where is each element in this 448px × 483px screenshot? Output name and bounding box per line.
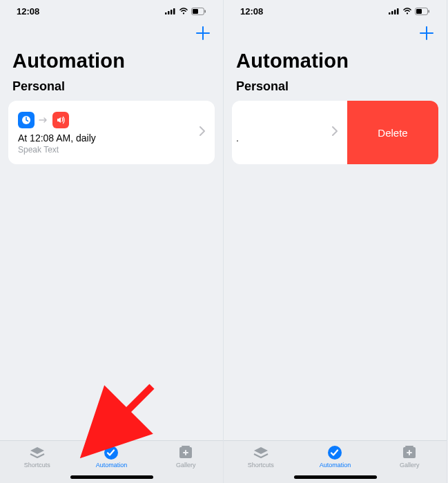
tab-label-automation: Automation bbox=[320, 462, 351, 469]
chevron-right-icon bbox=[332, 126, 338, 139]
card-icons bbox=[18, 112, 205, 128]
tab-shortcuts[interactable]: Shortcuts bbox=[6, 445, 68, 469]
automation-card[interactable]: At 12:08 AM, daily Speak Text bbox=[8, 101, 215, 164]
tab-label-gallery: Gallery bbox=[400, 462, 420, 469]
gallery-icon bbox=[177, 445, 195, 460]
page-title: Automation bbox=[0, 50, 223, 77]
add-button[interactable] bbox=[195, 25, 211, 44]
wifi-icon bbox=[179, 8, 188, 14]
automation-trigger: At 12:08 AM, daily bbox=[18, 132, 205, 144]
status-icons bbox=[389, 8, 430, 15]
add-button[interactable] bbox=[419, 26, 434, 43]
tab-automation[interactable]: Automation bbox=[304, 445, 366, 469]
automation-card-swiped[interactable]: x x Delete bbox=[232, 101, 438, 164]
signal-icon bbox=[389, 8, 400, 14]
svg-rect-12 bbox=[391, 11, 393, 14]
status-time: 12:08 bbox=[240, 6, 263, 17]
svg-rect-20 bbox=[405, 446, 413, 447]
automation-action: Speak Text bbox=[18, 145, 205, 155]
chevron-right-icon bbox=[199, 126, 205, 139]
svg-rect-3 bbox=[173, 8, 175, 14]
automation-tab-icon bbox=[102, 445, 120, 460]
status-icons bbox=[165, 8, 206, 15]
delete-label: Delete bbox=[378, 127, 407, 139]
tab-label-gallery: Gallery bbox=[176, 462, 196, 469]
svg-rect-0 bbox=[165, 12, 167, 14]
section-title: Personal bbox=[224, 77, 447, 101]
tab-label-shortcuts: Shortcuts bbox=[24, 462, 50, 469]
section-title: Personal bbox=[0, 77, 223, 101]
tab-gallery[interactable]: Gallery bbox=[155, 445, 217, 469]
wifi-icon bbox=[402, 8, 412, 14]
svg-rect-17 bbox=[429, 10, 430, 12]
svg-rect-6 bbox=[205, 10, 206, 12]
status-bar: 12:08 bbox=[224, 0, 447, 19]
clock-icon bbox=[18, 112, 35, 128]
speaker-icon bbox=[52, 112, 69, 128]
home-indicator[interactable] bbox=[294, 475, 377, 479]
automation-tab-icon bbox=[326, 445, 344, 460]
svg-rect-14 bbox=[397, 8, 399, 14]
tab-label-shortcuts: Shortcuts bbox=[248, 462, 274, 469]
tab-gallery[interactable]: Gallery bbox=[378, 445, 440, 469]
status-time: 12:08 bbox=[17, 6, 39, 17]
battery-icon bbox=[191, 8, 206, 15]
signal-icon bbox=[165, 8, 176, 14]
arrow-right-icon bbox=[39, 115, 48, 126]
battery-icon bbox=[415, 8, 430, 15]
svg-rect-5 bbox=[193, 9, 198, 14]
svg-rect-16 bbox=[416, 9, 422, 14]
tab-label-automation: Automation bbox=[96, 462, 128, 469]
home-indicator[interactable] bbox=[70, 475, 153, 479]
tab-shortcuts[interactable]: Shortcuts bbox=[230, 445, 292, 469]
phone-screen-right: 12:08 Automation Personal x x Delete bbox=[224, 0, 447, 483]
svg-rect-2 bbox=[171, 10, 173, 14]
page-title: Automation bbox=[224, 50, 447, 77]
svg-rect-10 bbox=[182, 446, 190, 447]
gallery-icon bbox=[400, 445, 418, 460]
status-bar: 12:08 bbox=[0, 0, 223, 19]
svg-rect-1 bbox=[168, 11, 170, 14]
nav-bar bbox=[0, 19, 223, 50]
nav-bar bbox=[224, 19, 447, 50]
phone-screen-left: 12:08 Automation Personal bbox=[0, 0, 224, 483]
tab-automation[interactable]: Automation bbox=[80, 445, 142, 469]
shortcuts-icon bbox=[252, 445, 270, 460]
delete-button[interactable]: Delete bbox=[347, 101, 438, 164]
svg-rect-13 bbox=[394, 10, 396, 14]
svg-rect-11 bbox=[389, 12, 391, 14]
shortcuts-icon bbox=[28, 445, 46, 460]
